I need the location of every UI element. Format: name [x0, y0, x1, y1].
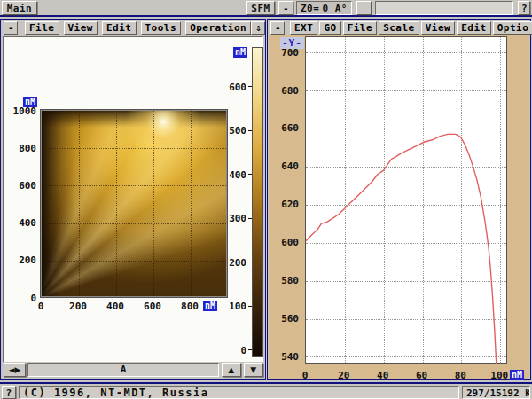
plot-x-tick-label: 80	[450, 370, 471, 381]
blank-button[interactable]	[356, 1, 372, 15]
menu-item-view[interactable]: View	[64, 21, 98, 35]
plot-y-tick-label: 560	[281, 313, 299, 325]
plot-x-tick-label: 40	[372, 370, 394, 381]
palette-scrollbar-row: ◄▶ A ▲ ▼	[2, 362, 264, 379]
z0-label: Z0=	[301, 3, 319, 14]
menu-item-edit[interactable]: Edit	[457, 21, 491, 35]
image-grid-hline	[42, 185, 226, 186]
image-x-tick-label: 200	[67, 301, 89, 312]
image-x-tick-label: 400	[105, 301, 126, 312]
menu-item-edit[interactable]: Edit	[102, 21, 137, 35]
colorbar-tick-label: 200	[229, 257, 246, 269]
plot-x-tick-label: 0	[294, 370, 316, 381]
colorbar-tick-label: 500	[229, 125, 246, 137]
image-grid-vline	[116, 111, 117, 296]
status-help-button[interactable]: ?	[2, 386, 16, 399]
title-bar: Main SFM - Z0= 0 A° ?	[0, 0, 532, 17]
menu-item-scale[interactable]: Scale	[379, 21, 419, 35]
main-menu-button[interactable]: Main	[2, 1, 37, 15]
image-client-area: nM nM nM 0100200300400500600 02004006008…	[3, 36, 263, 363]
colorbar-tick-mark	[248, 86, 252, 87]
status-copyright-text: (C) 1996, NT-MDT, Russia	[19, 386, 459, 399]
plot-y-tick-label: 600	[281, 237, 299, 248]
spectroscopy-window: - EXTGOFileScaleViewEditOptio ⇕ ? -Y- nM…	[267, 19, 531, 380]
colorbar-unit-badge: nM	[233, 47, 247, 58]
plot-x-tick-label: 60	[411, 370, 433, 381]
menu-item-ext[interactable]: EXT	[290, 21, 317, 35]
palette-scrollbar-track[interactable]: A	[27, 363, 219, 377]
image-x-unit-badge: nM	[203, 301, 217, 311]
image-window-resize-icon[interactable]: ⇕	[251, 21, 265, 35]
image-grid-vline	[191, 111, 192, 296]
plot-x-unit-badge: nM	[510, 370, 524, 380]
menu-item-tools[interactable]: Tools	[141, 21, 182, 35]
colorbar-tick-mark	[248, 306, 252, 307]
plot-y-tick-label: 640	[281, 160, 299, 172]
plot-x-tick-label: 20	[333, 370, 355, 381]
image-x-tick-label: 800	[179, 301, 200, 312]
menu-item-optio[interactable]: Optio	[493, 21, 532, 35]
status-bar: ? (C) 1996, NT-MDT, Russia 297/15192 K	[0, 382, 532, 399]
command-input[interactable]	[375, 1, 513, 15]
image-window-menu: FileViewEditToolsOperation	[25, 21, 251, 35]
menu-item-view[interactable]: View	[421, 21, 456, 35]
menu-item-file[interactable]: File	[343, 21, 378, 35]
image-y-tick-label: 800	[19, 143, 36, 154]
image-grid-hline	[42, 148, 226, 149]
colorbar-tick-label: 100	[229, 301, 246, 312]
image-y-tick-label: 600	[19, 180, 36, 192]
image-x-tick-label: 600	[142, 301, 163, 312]
image-grid-hline	[42, 223, 226, 224]
sfm-application-window: Main SFM - Z0= 0 A° ? - FileViewEditTool…	[0, 0, 532, 399]
colorbar-tick-label: 600	[229, 82, 246, 93]
colorbar-tick-label: 0	[240, 345, 246, 356]
plot-x-tick-label: 100	[489, 370, 510, 381]
plot-y-tick-label: 580	[281, 275, 299, 286]
colorbar-tick-label: 400	[229, 169, 246, 181]
menu-item-operation[interactable]: Operation	[185, 21, 251, 35]
scroll-shift-button[interactable]: ◄▶	[4, 363, 26, 377]
afm-topography-image[interactable]	[41, 110, 227, 297]
plot-y-tick-label: 540	[281, 351, 299, 363]
plot-y-tick-label: 680	[281, 85, 299, 97]
menu-item-file[interactable]: File	[25, 21, 59, 35]
colorbar-tick-mark	[248, 349, 252, 350]
image-y-tick-label: 200	[19, 254, 36, 266]
z0-value: 0 A°	[323, 3, 348, 14]
spectroscopy-curve	[306, 37, 508, 364]
colorbar-tick-label: 300	[229, 213, 246, 224]
spectroscopy-minimize-button[interactable]: -	[270, 21, 285, 35]
colorbar-tick-mark	[248, 174, 252, 175]
image-y-tick-label: 1000	[13, 106, 37, 117]
image-window-minimize-button[interactable]: -	[4, 21, 18, 35]
colorbar-tick-mark	[248, 130, 252, 131]
image-grid-vline	[153, 111, 154, 296]
help-button[interactable]: ?	[518, 1, 530, 15]
sfm-mode-button[interactable]: SFM	[246, 1, 275, 15]
height-colorbar	[252, 47, 263, 357]
scroll-down-button[interactable]: ▼	[244, 363, 263, 377]
colorbar-tick-mark	[248, 218, 252, 219]
plot-y-tick-label: 700	[281, 47, 299, 59]
image-window: - FileViewEditToolsOperation ⇕ ? nM nM n…	[0, 19, 266, 380]
plot-y-tick-label: 660	[281, 122, 299, 134]
image-grid-vline	[79, 111, 80, 296]
spectroscopy-menubar: - EXTGOFileScaleViewEditOptio ⇕ ?	[269, 20, 529, 35]
image-grid-hline	[42, 261, 226, 262]
minimize-button[interactable]: -	[278, 1, 293, 15]
colorbar-tick-mark	[248, 262, 252, 262]
spectroscopy-client-area: -Y- nM 540560580600620640660680700020406…	[269, 35, 529, 379]
status-memory-text: 297/15192 K	[462, 386, 530, 399]
image-window-menubar: - FileViewEditToolsOperation ⇕ ?	[2, 20, 264, 35]
image-y-tick-label: 400	[19, 217, 36, 229]
scroll-up-button[interactable]: ▲	[222, 363, 241, 377]
z0-field[interactable]: Z0= 0 A°	[296, 1, 352, 15]
spectroscopy-menu: EXTGOFileScaleViewEditOptio	[290, 21, 532, 35]
spectroscopy-plot[interactable]	[305, 36, 507, 364]
image-x-tick-label: 0	[30, 301, 51, 312]
plot-y-tick-label: 620	[281, 199, 299, 210]
menu-item-go[interactable]: GO	[319, 21, 340, 35]
